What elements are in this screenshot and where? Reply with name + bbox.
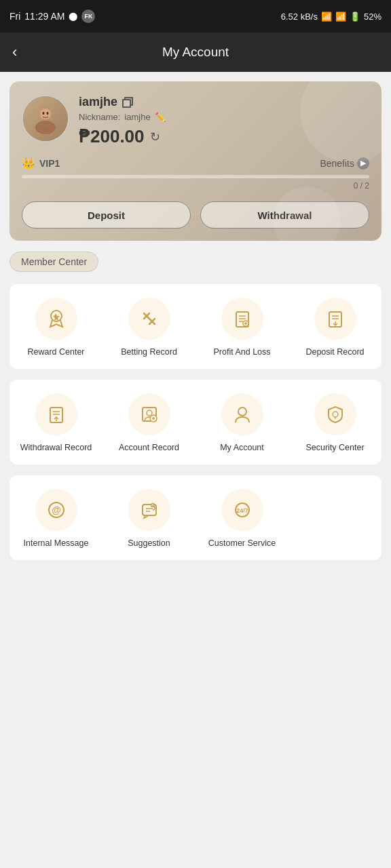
crown-icon: 👑: [22, 157, 35, 170]
deposit-record-label: Deposit Record: [305, 347, 364, 358]
refresh-icon[interactable]: ↻: [150, 130, 160, 144]
progress-text: 0 / 2: [22, 181, 369, 191]
menu-row-2: Withdrawal Record Account Record: [10, 380, 381, 465]
menu-item-customer-service[interactable]: 24/7 Customer Service: [196, 475, 288, 560]
menu-item-account-record[interactable]: Account Record: [103, 380, 196, 465]
suggestion-label: Suggestion: [128, 538, 170, 549]
menu-item-deposit-record[interactable]: Deposit Record: [288, 284, 381, 369]
menu-row-1: Reward Center Betting Record: [10, 284, 381, 369]
profit-loss-label: Profit And Loss: [213, 347, 270, 358]
security-center-icon: [314, 393, 356, 435]
page-title: My Account: [162, 45, 229, 60]
benefits-arrow: ▶: [357, 157, 369, 170]
member-center-label: Member Center: [10, 252, 98, 272]
account-record-label: Account Record: [119, 442, 179, 454]
status-dot: ⬤: [69, 12, 77, 21]
account-record-icon: [128, 393, 170, 435]
svg-text:@: @: [52, 505, 61, 515]
main-content: iamjhe Nickname: iamjhe ✏️ ₱200.00 ↻: [0, 72, 391, 868]
benefits-button[interactable]: Benefits ▶: [320, 157, 369, 170]
balance: ₱200.00: [79, 126, 145, 147]
reward-center-label: Reward Center: [27, 347, 84, 358]
battery-icon: 🔋: [350, 12, 360, 22]
speed-label: 6.52 kB/s: [281, 12, 318, 22]
signal-icon: 📶: [335, 12, 346, 22]
benefits-label: Benefits: [320, 158, 354, 169]
internal-message-icon: @: [35, 489, 77, 531]
betting-record-icon: [128, 298, 170, 340]
vip-progress: 0 / 2: [22, 175, 369, 191]
suggestion-icon: ★: [128, 489, 170, 531]
action-buttons: Deposit Withdrawal: [22, 201, 369, 229]
svg-point-25: [147, 410, 152, 416]
back-button[interactable]: ‹: [12, 43, 17, 61]
vip-badge: 👑 VIP1: [22, 157, 60, 170]
menu-item-suggestion[interactable]: ★ Suggestion: [103, 475, 196, 560]
reward-center-icon: [35, 298, 77, 340]
nickname-label: Nickname:: [79, 112, 120, 122]
time-label: 11:29 AM: [24, 11, 64, 22]
security-center-label: Security Center: [305, 442, 364, 454]
profit-loss-icon: [221, 298, 263, 340]
menu-item-betting-record[interactable]: Betting Record: [103, 284, 196, 369]
avatar: [22, 95, 69, 142]
vip-label: VIP1: [39, 158, 60, 169]
withdrawal-button[interactable]: Withdrawal: [200, 201, 369, 229]
betting-record-label: Betting Record: [121, 347, 177, 358]
deposit-record-icon: [314, 298, 356, 340]
svg-point-30: [333, 412, 338, 417]
svg-point-3: [43, 112, 45, 115]
deposit-button[interactable]: Deposit: [22, 201, 191, 229]
edit-icon[interactable]: ✏️: [155, 112, 166, 122]
wifi-icon: 📶: [321, 12, 332, 22]
menu-item-withdrawal-record[interactable]: Withdrawal Record: [10, 380, 103, 465]
copy-icon[interactable]: [123, 97, 134, 108]
menu-item-internal-message[interactable]: @ Internal Message: [10, 475, 103, 560]
day-label: Fri: [10, 11, 20, 22]
menu-item-my-account[interactable]: My Account: [196, 380, 288, 465]
profile-card: iamjhe Nickname: iamjhe ✏️ ₱200.00 ↻: [10, 81, 381, 241]
withdrawal-record-label: Withdrawal Record: [20, 442, 92, 454]
internal-message-label: Internal Message: [24, 538, 89, 549]
username: iamjhe: [79, 95, 117, 109]
battery-pct: 52%: [364, 12, 381, 22]
menu-item-profit-loss[interactable]: Profit And Loss: [196, 284, 288, 369]
svg-point-1: [35, 121, 56, 134]
menu-item-reward-center[interactable]: Reward Center: [10, 284, 103, 369]
customer-service-label: Customer Service: [208, 538, 276, 549]
nickname-value: iamjhe: [124, 112, 150, 122]
svg-line-6: [144, 313, 155, 324]
member-center-tag: Member Center: [10, 252, 381, 284]
status-bar: Fri 11:29 AM ⬤ FK 6.52 kB/s 📶 📶 🔋 52%: [0, 0, 391, 33]
menu-item-security-center[interactable]: Security Center: [288, 380, 381, 465]
page-header: ‹ My Account: [0, 33, 391, 72]
svg-point-4: [47, 112, 49, 115]
my-account-label: My Account: [220, 442, 264, 454]
menu-row-3: @ Internal Message ★ Suggestion: [10, 475, 381, 560]
customer-service-icon: 24/7: [221, 489, 263, 531]
svg-point-29: [238, 408, 246, 416]
withdrawal-record-icon: [35, 393, 77, 435]
fk-icon: FK: [81, 9, 95, 23]
my-account-icon: [221, 393, 263, 435]
svg-text:24/7: 24/7: [236, 507, 248, 514]
